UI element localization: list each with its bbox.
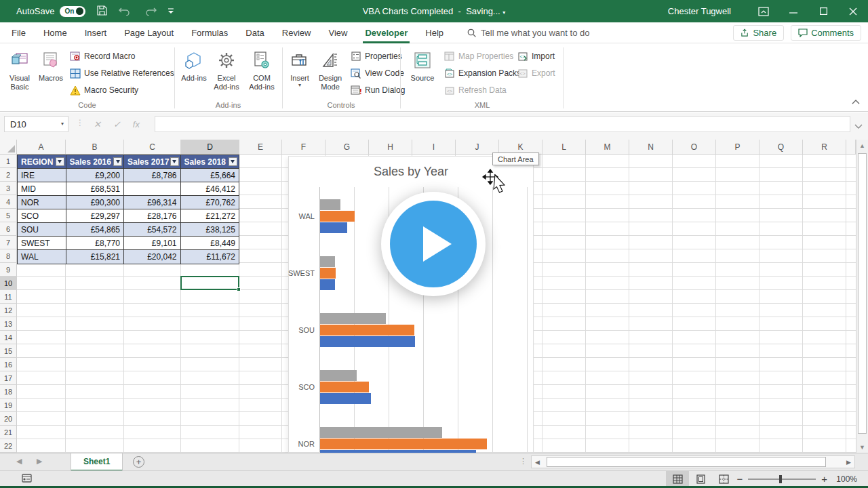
ribbon-tab-home[interactable]: Home — [35, 22, 76, 43]
table-cell[interactable] — [124, 182, 180, 196]
row-header-17[interactable]: 17 — [0, 371, 17, 385]
row-header-20[interactable]: 20 — [0, 412, 17, 426]
column-header-P[interactable]: P — [716, 140, 760, 155]
macro-record-status-icon[interactable] — [22, 473, 33, 486]
row-header-13[interactable]: 13 — [0, 317, 17, 331]
table-cell[interactable]: SOU — [18, 223, 66, 237]
column-header-M[interactable]: M — [586, 140, 629, 155]
horizontal-scroll-thumb[interactable] — [547, 457, 826, 467]
column-header-R[interactable]: R — [803, 140, 846, 155]
chart-bar-SOU-sales-2017[interactable] — [320, 325, 414, 336]
chart-bar-SWEST-sales-2017[interactable] — [320, 268, 336, 279]
collapse-ribbon-icon[interactable] — [852, 95, 860, 107]
table-cell[interactable]: £21,272 — [181, 209, 239, 223]
select-all-corner[interactable] — [0, 140, 17, 155]
scroll-up-icon[interactable]: ▲ — [856, 140, 868, 149]
expansion-packs-button[interactable]: <> Expansion Packs — [443, 66, 521, 81]
video-play-overlay[interactable] — [381, 192, 486, 296]
row-header-22[interactable]: 22 — [0, 439, 17, 453]
row-header-6[interactable]: 6 — [0, 222, 17, 236]
sheet-nav-right-icon[interactable]: ▶ — [37, 457, 42, 466]
com-add-ins-button[interactable]: COM Add-ins — [245, 46, 278, 104]
column-header-D[interactable]: D — [181, 140, 239, 155]
table-cell[interactable]: £8,770 — [66, 237, 124, 250]
chart-bar-NOR-sales-2018[interactable] — [320, 427, 442, 438]
add-ins-button[interactable]: Add-ins — [179, 46, 209, 104]
use-relative-references-button[interactable]: Use Relative References — [69, 66, 174, 81]
column-header-N[interactable]: N — [629, 140, 673, 155]
scroll-down-icon[interactable]: ▼ — [856, 444, 868, 451]
column-header-A[interactable]: A — [17, 140, 66, 155]
table-cell[interactable]: £9,200 — [66, 169, 124, 182]
chart-bar-WAL-sales-2016[interactable] — [320, 222, 347, 233]
chart-bar-SCO-sales-2016[interactable] — [320, 393, 371, 404]
table-header-cell-region[interactable]: REGION — [18, 155, 66, 169]
share-button[interactable]: Share — [733, 25, 784, 41]
row-header-7[interactable]: 7 — [0, 236, 17, 249]
ribbon-tab-review[interactable]: Review — [273, 22, 320, 43]
xml-source-button[interactable]: Source — [407, 46, 438, 104]
record-macro-button[interactable]: Record Macro — [69, 49, 135, 64]
xml-import-button[interactable]: <> Import — [517, 49, 555, 64]
row-header-14[interactable]: 14 — [0, 331, 17, 344]
row-header-4[interactable]: 4 — [0, 195, 17, 209]
zoom-slider[interactable] — [748, 479, 816, 480]
visual-basic-button[interactable]: Visual Basic — [4, 46, 35, 104]
filter-dropdown-icon[interactable] — [56, 157, 64, 166]
fill-handle[interactable] — [237, 287, 241, 291]
filter-dropdown-icon[interactable] — [170, 157, 179, 166]
vertical-scroll-thumb[interactable] — [858, 153, 867, 434]
column-header-C[interactable]: C — [124, 140, 181, 155]
table-cell[interactable]: £96,314 — [124, 196, 180, 209]
ribbon-tab-data[interactable]: Data — [237, 22, 273, 43]
table-cell[interactable]: £38,125 — [181, 223, 239, 237]
tab-strip-splitter[interactable]: ⋮ — [519, 457, 527, 466]
insert-function-icon[interactable]: fx — [133, 119, 140, 129]
row-header-1[interactable]: 1 — [0, 155, 17, 168]
column-header-F[interactable]: F — [282, 140, 326, 155]
row-header-9[interactable]: 9 — [0, 263, 17, 277]
save-icon[interactable] — [96, 5, 108, 18]
table-cell[interactable]: £8,786 — [124, 169, 180, 182]
table-cell[interactable]: £68,531 — [66, 182, 124, 196]
chart-bar-SOU-sales-2018[interactable] — [320, 313, 386, 324]
page-layout-view-button[interactable] — [689, 471, 712, 487]
table-cell[interactable]: £9,101 — [124, 237, 180, 250]
table-cell[interactable]: £28,176 — [124, 209, 180, 223]
row-header-10[interactable]: 10 — [0, 277, 17, 290]
table-cell[interactable]: £54,865 — [66, 223, 124, 237]
sheet-tab-sheet1[interactable]: Sheet1 — [71, 453, 123, 471]
selected-cell-D10[interactable] — [180, 276, 239, 290]
ribbon-display-options-icon[interactable] — [749, 0, 778, 22]
table-cell[interactable]: £11,672 — [181, 250, 239, 264]
sheet-nav-left-icon[interactable]: ◀ — [16, 457, 22, 466]
vertical-scrollbar[interactable]: ▲ ▼ — [856, 140, 868, 453]
insert-control-button[interactable]: Insert ▾ — [286, 46, 313, 104]
tell-me-search[interactable]: Tell me what you want to do — [467, 28, 589, 38]
ribbon-tab-help[interactable]: Help — [416, 22, 452, 43]
chart-bar-WAL-sales-2018[interactable] — [320, 199, 340, 210]
zoom-out-icon[interactable]: − — [736, 473, 743, 485]
chart-bar-SCO-sales-2018[interactable] — [320, 370, 357, 381]
view-code-button[interactable]: View Code — [350, 66, 404, 81]
customize-qat-icon[interactable] — [167, 6, 174, 16]
row-header-2[interactable]: 2 — [0, 168, 17, 182]
row-header-5[interactable]: 5 — [0, 209, 17, 222]
scroll-right-icon[interactable]: ▶ — [843, 459, 854, 466]
chart-bar-SWEST-sales-2016[interactable] — [320, 279, 335, 290]
column-header-E[interactable]: E — [239, 140, 282, 155]
ribbon-tab-page-layout[interactable]: Page Layout — [115, 22, 182, 43]
table-header-cell-sales-2016[interactable]: Sales 2016 — [66, 155, 124, 169]
undo-icon[interactable] — [119, 5, 132, 18]
row-header-3[interactable]: 3 — [0, 182, 17, 195]
macro-security-button[interactable]: Macro Security — [69, 83, 138, 98]
chart-bar-NOR-sales-2017[interactable] — [320, 439, 487, 449]
table-cell[interactable]: MID — [18, 182, 66, 196]
formula-input[interactable] — [155, 116, 850, 132]
chart-bar-WAL-sales-2017[interactable] — [320, 211, 355, 222]
table-cell[interactable]: £20,042 — [124, 250, 180, 264]
row-header-12[interactable]: 12 — [0, 304, 17, 317]
row-header-11[interactable]: 11 — [0, 290, 17, 304]
column-header-O[interactable]: O — [673, 140, 716, 155]
table-header-cell-sales-2018[interactable]: Sales 2018 — [181, 155, 239, 169]
